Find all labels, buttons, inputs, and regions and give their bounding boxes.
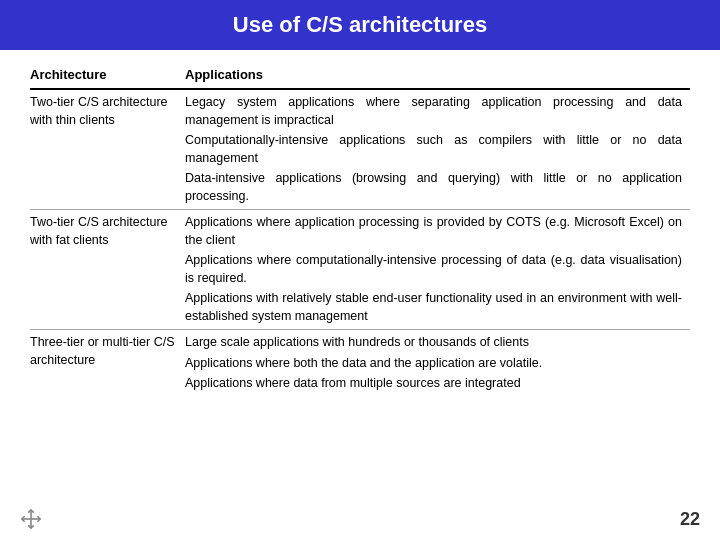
- application-item: Applications with relatively stable end-…: [185, 290, 682, 325]
- main-content: Architecture Applications Two-tier C/S a…: [0, 50, 720, 407]
- slide-title: Use of C/S architectures: [233, 12, 487, 37]
- application-item: Computationally-intensive applications s…: [185, 132, 682, 167]
- move-icon: [20, 508, 42, 530]
- slide-header: Use of C/S architectures: [0, 0, 720, 50]
- applications-cell: Applications where application processin…: [185, 210, 690, 330]
- architecture-cell: Two-tier C/S architecture with fat clien…: [30, 210, 185, 330]
- architecture-table: Architecture Applications Two-tier C/S a…: [30, 64, 690, 397]
- table-row: Two-tier C/S architecture with fat clien…: [30, 210, 690, 330]
- application-item: Applications where data from multiple so…: [185, 375, 682, 393]
- table-row: Three-tier or multi-tier C/S architectur…: [30, 330, 690, 397]
- applications-cell: Legacy system applications where separat…: [185, 89, 690, 210]
- application-item: Legacy system applications where separat…: [185, 94, 682, 129]
- application-item: Applications where computationally-inten…: [185, 252, 682, 287]
- application-item: Applications where both the data and the…: [185, 355, 682, 373]
- applications-cell: Large scale applications with hundreds o…: [185, 330, 690, 397]
- col-header-architecture: Architecture: [30, 64, 185, 89]
- architecture-cell: Three-tier or multi-tier C/S architectur…: [30, 330, 185, 397]
- application-item: Applications where application processin…: [185, 214, 682, 249]
- col-header-applications: Applications: [185, 64, 690, 89]
- application-item: Data-intensive applications (browsing an…: [185, 170, 682, 205]
- application-item: Large scale applications with hundreds o…: [185, 334, 682, 352]
- slide-footer: 22: [0, 508, 720, 530]
- table-row: Two-tier C/S architecture with thin clie…: [30, 89, 690, 210]
- page-number: 22: [680, 509, 700, 530]
- architecture-cell: Two-tier C/S architecture with thin clie…: [30, 89, 185, 210]
